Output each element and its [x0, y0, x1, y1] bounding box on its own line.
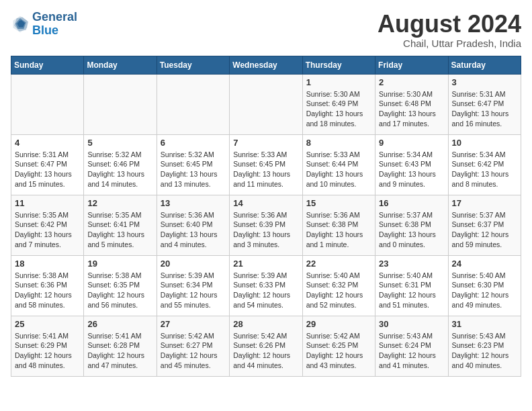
calendar-cell: 14Sunrise: 5:36 AMSunset: 6:39 PMDayligh… — [230, 195, 302, 255]
day-number: 16 — [379, 198, 444, 208]
calendar-cell: 30Sunrise: 5:43 AMSunset: 6:24 PMDayligh… — [375, 316, 448, 376]
logo-line2: Blue — [32, 24, 58, 37]
day-info: Sunrise: 5:35 AMSunset: 6:41 PMDaylight:… — [87, 210, 152, 250]
logo: General Blue — [11, 11, 77, 38]
day-number: 4 — [15, 138, 80, 148]
calendar-cell: 29Sunrise: 5:42 AMSunset: 6:25 PMDayligh… — [302, 316, 375, 376]
calendar-cell: 31Sunrise: 5:43 AMSunset: 6:23 PMDayligh… — [448, 316, 521, 376]
day-number: 19 — [87, 259, 152, 269]
calendar-cell — [11, 74, 84, 134]
weekday-header-saturday: Saturday — [448, 56, 521, 74]
calendar-cell: 28Sunrise: 5:42 AMSunset: 6:26 PMDayligh… — [230, 316, 302, 376]
day-info: Sunrise: 5:37 AMSunset: 6:38 PMDaylight:… — [379, 210, 444, 250]
day-info: Sunrise: 5:31 AMSunset: 6:47 PMDaylight:… — [15, 150, 80, 189]
day-info: Sunrise: 5:38 AMSunset: 6:35 PMDaylight:… — [87, 271, 152, 310]
day-info: Sunrise: 5:39 AMSunset: 6:33 PMDaylight:… — [233, 271, 298, 310]
weekday-header-thursday: Thursday — [302, 56, 375, 74]
calendar-cell: 6Sunrise: 5:32 AMSunset: 6:45 PMDaylight… — [157, 134, 229, 195]
calendar-cell: 23Sunrise: 5:40 AMSunset: 6:31 PMDayligh… — [375, 255, 448, 316]
day-number: 30 — [379, 319, 444, 329]
calendar-week-row: 11Sunrise: 5:35 AMSunset: 6:42 PMDayligh… — [11, 195, 521, 255]
day-info: Sunrise: 5:30 AMSunset: 6:48 PMDaylight:… — [379, 89, 444, 129]
month-title: August 2024 — [378, 11, 521, 38]
day-number: 8 — [306, 138, 371, 148]
calendar-cell — [84, 74, 157, 134]
day-info: Sunrise: 5:36 AMSunset: 6:38 PMDaylight:… — [306, 210, 371, 250]
calendar-cell — [230, 74, 302, 134]
title-block: August 2024 Chail, Uttar Pradesh, India — [378, 11, 521, 49]
calendar-cell: 4Sunrise: 5:31 AMSunset: 6:47 PMDaylight… — [11, 134, 84, 195]
calendar-cell: 19Sunrise: 5:38 AMSunset: 6:35 PMDayligh… — [84, 255, 157, 316]
day-number: 6 — [161, 138, 226, 148]
day-number: 1 — [306, 77, 371, 87]
day-number: 23 — [379, 259, 444, 269]
day-info: Sunrise: 5:41 AMSunset: 6:28 PMDaylight:… — [87, 331, 152, 371]
calendar-cell — [157, 74, 229, 134]
day-info: Sunrise: 5:33 AMSunset: 6:44 PMDaylight:… — [306, 150, 371, 189]
day-info: Sunrise: 5:37 AMSunset: 6:37 PMDaylight:… — [452, 210, 517, 250]
day-number: 29 — [306, 319, 371, 329]
calendar-week-row: 25Sunrise: 5:41 AMSunset: 6:29 PMDayligh… — [11, 316, 521, 376]
day-info: Sunrise: 5:40 AMSunset: 6:31 PMDaylight:… — [379, 271, 444, 310]
calendar-cell: 17Sunrise: 5:37 AMSunset: 6:37 PMDayligh… — [448, 195, 521, 255]
day-number: 10 — [452, 138, 517, 148]
day-number: 22 — [306, 259, 371, 269]
day-number: 20 — [161, 259, 226, 269]
calendar-cell: 16Sunrise: 5:37 AMSunset: 6:38 PMDayligh… — [375, 195, 448, 255]
day-number: 15 — [306, 198, 371, 208]
weekday-header-monday: Monday — [84, 56, 157, 74]
calendar-cell: 26Sunrise: 5:41 AMSunset: 6:28 PMDayligh… — [84, 316, 157, 376]
calendar-cell: 7Sunrise: 5:33 AMSunset: 6:45 PMDaylight… — [230, 134, 302, 195]
logo-text: General Blue — [32, 11, 77, 38]
weekday-header-friday: Friday — [375, 56, 448, 74]
calendar-table: SundayMondayTuesdayWednesdayThursdayFrid… — [11, 56, 521, 377]
day-info: Sunrise: 5:42 AMSunset: 6:25 PMDaylight:… — [306, 331, 371, 371]
day-info: Sunrise: 5:31 AMSunset: 6:47 PMDaylight:… — [452, 89, 517, 129]
calendar-cell: 22Sunrise: 5:40 AMSunset: 6:32 PMDayligh… — [302, 255, 375, 316]
calendar-cell: 11Sunrise: 5:35 AMSunset: 6:42 PMDayligh… — [11, 195, 84, 255]
calendar-cell: 21Sunrise: 5:39 AMSunset: 6:33 PMDayligh… — [230, 255, 302, 316]
calendar-week-row: 4Sunrise: 5:31 AMSunset: 6:47 PMDaylight… — [11, 134, 521, 195]
calendar-cell: 15Sunrise: 5:36 AMSunset: 6:38 PMDayligh… — [302, 195, 375, 255]
day-number: 17 — [452, 198, 517, 208]
day-info: Sunrise: 5:40 AMSunset: 6:32 PMDaylight:… — [306, 271, 371, 310]
day-number: 26 — [87, 319, 152, 329]
day-info: Sunrise: 5:42 AMSunset: 6:26 PMDaylight:… — [233, 331, 298, 371]
calendar-week-row: 1Sunrise: 5:30 AMSunset: 6:49 PMDaylight… — [11, 74, 521, 134]
day-info: Sunrise: 5:43 AMSunset: 6:24 PMDaylight:… — [379, 331, 444, 371]
page-header: General Blue August 2024 Chail, Uttar Pr… — [11, 11, 521, 49]
calendar-cell: 10Sunrise: 5:34 AMSunset: 6:42 PMDayligh… — [448, 134, 521, 195]
day-info: Sunrise: 5:34 AMSunset: 6:43 PMDaylight:… — [379, 150, 444, 189]
day-number: 21 — [233, 259, 298, 269]
day-info: Sunrise: 5:36 AMSunset: 6:40 PMDaylight:… — [161, 210, 226, 250]
day-info: Sunrise: 5:43 AMSunset: 6:23 PMDaylight:… — [452, 331, 517, 371]
day-info: Sunrise: 5:32 AMSunset: 6:46 PMDaylight:… — [87, 150, 152, 189]
calendar-cell: 27Sunrise: 5:42 AMSunset: 6:27 PMDayligh… — [157, 316, 229, 376]
day-number: 13 — [161, 198, 226, 208]
day-number: 25 — [15, 319, 80, 329]
day-number: 11 — [15, 198, 80, 208]
calendar-cell: 20Sunrise: 5:39 AMSunset: 6:34 PMDayligh… — [157, 255, 229, 316]
day-info: Sunrise: 5:38 AMSunset: 6:36 PMDaylight:… — [15, 271, 80, 310]
day-number: 28 — [233, 319, 298, 329]
calendar-cell: 24Sunrise: 5:40 AMSunset: 6:30 PMDayligh… — [448, 255, 521, 316]
weekday-header-row: SundayMondayTuesdayWednesdayThursdayFrid… — [11, 56, 521, 74]
day-number: 24 — [452, 259, 517, 269]
calendar-cell: 1Sunrise: 5:30 AMSunset: 6:49 PMDaylight… — [302, 74, 375, 134]
day-info: Sunrise: 5:36 AMSunset: 6:39 PMDaylight:… — [233, 210, 298, 250]
weekday-header-tuesday: Tuesday — [157, 56, 229, 74]
calendar-cell: 2Sunrise: 5:30 AMSunset: 6:48 PMDaylight… — [375, 74, 448, 134]
day-info: Sunrise: 5:33 AMSunset: 6:45 PMDaylight:… — [233, 150, 298, 189]
day-info: Sunrise: 5:34 AMSunset: 6:42 PMDaylight:… — [452, 150, 517, 189]
day-number: 14 — [233, 198, 298, 208]
day-info: Sunrise: 5:30 AMSunset: 6:49 PMDaylight:… — [306, 89, 371, 129]
calendar-cell: 12Sunrise: 5:35 AMSunset: 6:41 PMDayligh… — [84, 195, 157, 255]
day-number: 27 — [161, 319, 226, 329]
day-number: 18 — [15, 259, 80, 269]
calendar-cell: 3Sunrise: 5:31 AMSunset: 6:47 PMDaylight… — [448, 74, 521, 134]
calendar-cell: 9Sunrise: 5:34 AMSunset: 6:43 PMDaylight… — [375, 134, 448, 195]
day-number: 3 — [452, 77, 517, 87]
day-info: Sunrise: 5:40 AMSunset: 6:30 PMDaylight:… — [452, 271, 517, 310]
day-info: Sunrise: 5:41 AMSunset: 6:29 PMDaylight:… — [15, 331, 80, 371]
calendar-cell: 25Sunrise: 5:41 AMSunset: 6:29 PMDayligh… — [11, 316, 84, 376]
